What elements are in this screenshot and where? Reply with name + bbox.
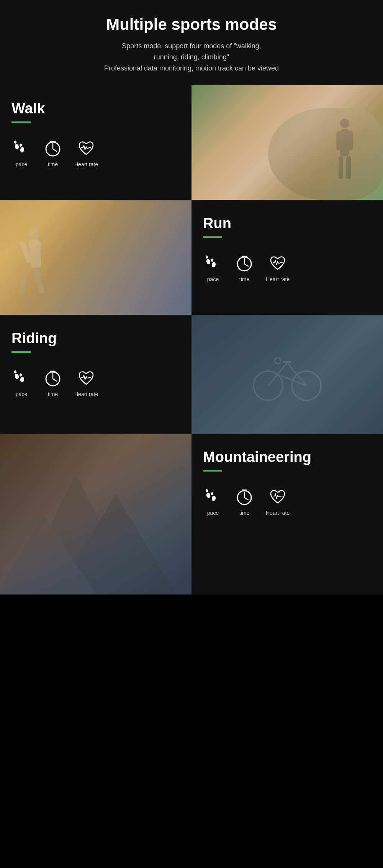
svg-line-56 xyxy=(244,498,248,500)
svg-marker-49 xyxy=(0,514,96,594)
svg-rect-14 xyxy=(346,156,351,179)
svg-point-2 xyxy=(14,141,17,144)
svg-line-27 xyxy=(244,264,248,266)
riding-divider xyxy=(11,351,31,353)
mountaineering-pace-label: pace xyxy=(207,510,219,516)
svg-rect-20 xyxy=(33,267,45,294)
svg-line-44 xyxy=(278,363,287,374)
riding-pace-icon: pace xyxy=(11,368,31,397)
mountaineering-time-label: time xyxy=(239,510,249,516)
walk-pace-label: pace xyxy=(16,161,27,167)
mountain-photo-bg xyxy=(0,434,192,594)
svg-point-39 xyxy=(254,371,283,400)
mountaineering-heart-label: Heart rate xyxy=(266,510,290,516)
subtitle-line3: Professional data monitoring, motion tra… xyxy=(104,64,279,72)
svg-rect-13 xyxy=(339,156,343,179)
svg-line-36 xyxy=(53,379,57,381)
mountaineering-pace-icon: pace xyxy=(203,487,223,516)
run-title: Run xyxy=(203,215,372,232)
mountaineering-divider xyxy=(203,470,222,472)
sports-grid: Walk pace xyxy=(0,85,383,594)
svg-point-30 xyxy=(14,373,19,380)
mountaineering-title: Mountaineering xyxy=(203,449,372,465)
run-time-icon: time xyxy=(234,253,254,282)
mountaineering-info-cell: Mountaineering pace xyxy=(192,434,383,594)
run-info-cell: Run pace xyxy=(192,200,383,315)
svg-point-46 xyxy=(275,358,281,364)
page-title: Multiple sports modes xyxy=(23,15,360,34)
subtitle-line1: Sports mode, support four modes of "walk… xyxy=(122,42,261,50)
svg-line-43 xyxy=(278,374,306,386)
walk-divider xyxy=(11,121,31,123)
svg-rect-12 xyxy=(349,131,353,150)
run-divider xyxy=(203,236,222,238)
svg-point-31 xyxy=(20,377,25,383)
svg-rect-17 xyxy=(19,241,32,264)
svg-point-24 xyxy=(211,259,213,262)
svg-marker-48 xyxy=(56,494,176,595)
svg-point-53 xyxy=(211,492,213,496)
run-heart-label: Heart rate xyxy=(266,276,290,282)
header-section: Multiple sports modes Sports mode, suppo… xyxy=(0,0,383,85)
svg-point-0 xyxy=(14,144,19,150)
svg-point-1 xyxy=(20,147,25,153)
run-time-label: time xyxy=(239,276,249,282)
svg-point-40 xyxy=(292,371,321,400)
walk-heart-icon: Heart rate xyxy=(74,138,98,167)
mountaineering-time-icon: time xyxy=(234,487,254,516)
run-pace-icon: pace xyxy=(203,253,223,282)
walk-title: Walk xyxy=(11,100,180,117)
walk-image xyxy=(192,85,383,200)
subtitle: Sports mode, support four modes of "walk… xyxy=(23,41,360,74)
run-image xyxy=(0,200,192,315)
riding-icons-row: pace time Heart rate xyxy=(11,368,180,397)
walk-photo-bg xyxy=(192,85,383,200)
walk-heart-label: Heart rate xyxy=(74,161,98,167)
svg-point-32 xyxy=(14,370,17,374)
riding-photo-bg xyxy=(192,315,383,434)
svg-marker-47 xyxy=(15,474,136,594)
svg-rect-16 xyxy=(28,239,41,269)
run-heart-icon: Heart rate xyxy=(266,253,290,282)
run-icons-row: pace time Heart rate xyxy=(203,253,372,282)
svg-point-51 xyxy=(211,496,216,502)
svg-point-21 xyxy=(206,259,211,265)
walk-info-cell: Walk pace xyxy=(0,85,192,200)
mountaineering-heart-icon: Heart rate xyxy=(266,487,290,516)
svg-point-3 xyxy=(19,144,22,147)
riding-pace-label: pace xyxy=(16,391,27,397)
mountaineering-image xyxy=(0,434,192,594)
svg-rect-10 xyxy=(340,129,349,156)
svg-point-22 xyxy=(211,262,216,268)
svg-rect-18 xyxy=(31,241,42,263)
walk-time-label: time xyxy=(48,161,58,167)
riding-heart-icon: Heart rate xyxy=(74,368,98,397)
svg-point-15 xyxy=(29,229,39,239)
mountaineering-icons-row: pace time Heart rate xyxy=(203,487,372,516)
svg-point-52 xyxy=(205,489,208,493)
walk-time-icon: time xyxy=(43,138,63,167)
run-photo-bg xyxy=(0,200,192,315)
svg-point-33 xyxy=(19,373,22,377)
svg-line-6 xyxy=(53,149,57,151)
svg-point-9 xyxy=(340,119,349,128)
walk-icons-row: pace time Heart rate xyxy=(11,138,180,167)
riding-title: Riding xyxy=(11,330,180,347)
riding-time-icon: time xyxy=(43,368,63,397)
riding-info-cell: Riding pace xyxy=(0,315,192,434)
svg-rect-19 xyxy=(18,268,28,295)
svg-point-23 xyxy=(205,255,208,259)
run-pace-label: pace xyxy=(207,276,219,282)
svg-line-42 xyxy=(287,363,306,386)
svg-point-50 xyxy=(206,492,211,498)
walk-pace-icon: pace xyxy=(11,138,31,167)
svg-rect-11 xyxy=(336,131,341,150)
riding-heart-label: Heart rate xyxy=(74,391,98,397)
riding-image xyxy=(192,315,383,434)
riding-time-label: time xyxy=(48,391,58,397)
subtitle-line2: running, riding, climbing" xyxy=(154,53,229,61)
svg-line-41 xyxy=(268,363,287,386)
